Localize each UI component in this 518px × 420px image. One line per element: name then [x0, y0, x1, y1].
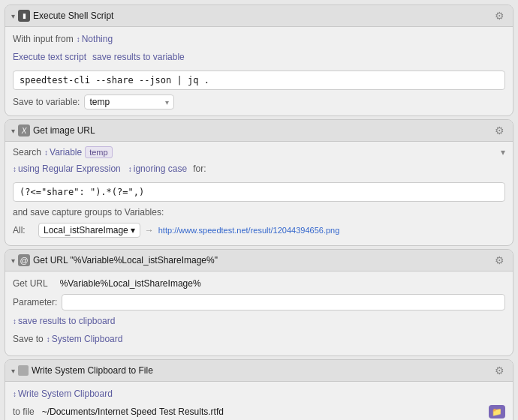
param-input[interactable] — [62, 294, 505, 310]
ignore-case-select[interactable]: ↕ ignoring case — [128, 164, 187, 174]
header-left: ▾ ▮ Execute Shell Script — [11, 10, 113, 22]
capture-var-row: All: Local_istShareImage ▾ → http://www.… — [13, 223, 505, 238]
collapse-chevron[interactable]: ▾ — [11, 12, 15, 20]
input-source-arrow: ↕ — [77, 35, 80, 44]
header-left-3: ▾ @ Get URL "%Variable%Local_istShareIma… — [11, 254, 218, 266]
save-clipboard-row: ↕ save results to clipboard — [13, 314, 505, 328]
file-icon — [18, 365, 29, 376]
for-label: for: — [193, 164, 206, 174]
write-clipboard-gear[interactable]: ⚙ — [492, 363, 507, 378]
header-left-4: ▾ Write System Clipboard to File — [11, 365, 153, 376]
save-clipboard-label: save results to clipboard — [18, 316, 115, 326]
to-file-label: to file — [13, 406, 35, 417]
save-results-tab[interactable]: save results to variable — [92, 52, 185, 62]
capture-var-select[interactable]: Local_istShareImage ▾ — [38, 223, 140, 238]
write-clipboard-body: ↕ Write System Clipboard to file ~/Docum… — [5, 382, 513, 420]
get-image-url-block: ▾ X Get image URL ⚙ Search ↕ Variable te… — [5, 119, 513, 246]
param-label: Parameter: — [13, 297, 57, 308]
execute-shell-gear[interactable]: ⚙ — [492, 8, 507, 23]
system-clipboard-select[interactable]: ↕ System Clipboard — [47, 334, 123, 344]
get-image-gear[interactable]: ⚙ — [492, 123, 507, 138]
collapse-chevron-2[interactable]: ▾ — [11, 127, 15, 135]
execute-shell-block: ▾ ▮ Execute Shell Script ⚙ With input fr… — [5, 4, 513, 116]
search-dropdown-arrow[interactable]: ▾ — [501, 147, 505, 158]
file-path-value: ~/Documents/Internet Speed Test Results.… — [42, 406, 224, 417]
using-regex-select[interactable]: ↕ using Regular Expression — [13, 164, 121, 174]
arrow-right-icon: → — [145, 225, 154, 236]
get-image-title: Get image URL — [33, 125, 95, 136]
get-url-value: %Variable%Local_istShareImage% — [60, 278, 201, 289]
choose-file-button[interactable]: 📁 — [489, 405, 505, 418]
script-tabs-row: Execute text script save results to vari… — [13, 50, 505, 64]
get-url-header: ▾ @ Get URL "%Variable%Local_istShareIma… — [5, 250, 513, 272]
write-label-row: ↕ Write System Clipboard — [13, 386, 505, 401]
with-input-label: With input from — [13, 34, 74, 44]
get-url-title: Get URL "%Variable%Local_istShareImage%" — [33, 255, 218, 266]
get-url-gear[interactable]: ⚙ — [492, 253, 507, 268]
save-to-label: Save to variable: — [13, 97, 80, 107]
variable-select[interactable]: temp ▾ — [84, 94, 174, 110]
param-row: Parameter: — [13, 294, 505, 310]
execute-shell-header: ▾ ▮ Execute Shell Script ⚙ — [5, 5, 513, 27]
search-prefix: Search — [13, 147, 41, 158]
collapse-chevron-4[interactable]: ▾ — [11, 367, 15, 375]
regex-input[interactable] — [13, 182, 505, 202]
folder-icon: 📁 — [492, 407, 502, 417]
variable-down-arrow: ▾ — [165, 98, 169, 106]
execute-text-tab[interactable]: Execute text script — [13, 52, 86, 62]
header-left-2: ▾ X Get image URL — [11, 124, 95, 136]
search-variable-pill: temp — [85, 146, 112, 158]
execute-shell-body: With input from ↕ Nothing Execute text s… — [5, 27, 513, 116]
capture-label: and save capture groups to Variables: — [13, 207, 164, 218]
write-clipboard-title: Write System Clipboard to File — [32, 365, 153, 376]
preview-url-link[interactable]: http://www.speedtest.net/result/12044394… — [158, 226, 340, 235]
regex-label: using Regular Expression — [18, 164, 121, 174]
input-source-value: Nothing — [82, 34, 113, 44]
get-image-url-header: ▾ X Get image URL ⚙ — [5, 120, 513, 142]
write-clipboard-header: ▾ Write System Clipboard to File ⚙ — [5, 360, 513, 382]
shell-icon: ▮ — [18, 10, 30, 22]
script-input[interactable] — [13, 70, 505, 90]
collapse-chevron-3[interactable]: ▾ — [11, 256, 15, 265]
image-icon: X — [18, 124, 30, 136]
capture-var-value: Local_istShareImage — [44, 225, 128, 236]
search-type-value: Variable — [50, 147, 82, 158]
save-results-select[interactable]: ↕ save results to clipboard — [13, 316, 115, 326]
input-source-row: With input from ↕ Nothing — [13, 32, 505, 46]
write-select[interactable]: ↕ Write System Clipboard — [13, 388, 113, 399]
system-clipboard-value: System Clipboard — [52, 334, 123, 344]
save-to-row: Save to variable: temp ▾ — [13, 94, 505, 110]
write-label: Write System Clipboard — [18, 388, 113, 399]
variable-value: temp — [89, 97, 110, 107]
write-clipboard-block: ▾ Write System Clipboard to File ⚙ ↕ Wri… — [5, 359, 513, 420]
workflow-container: ▾ ▮ Execute Shell Script ⚙ With input fr… — [0, 0, 518, 420]
ignore-label: ignoring case — [134, 164, 187, 174]
get-url-row: Get URL %Variable%Local_istShareImage% — [13, 276, 505, 291]
get-url-label: Get URL — [13, 278, 48, 289]
get-url-block: ▾ @ Get URL "%Variable%Local_istShareIma… — [5, 249, 513, 356]
file-path-row: to file ~/Documents/Internet Speed Test … — [13, 404, 505, 419]
search-row: Search ↕ Variable temp ▾ — [13, 146, 505, 158]
search-type-select[interactable]: ↕ Variable — [44, 147, 82, 158]
get-image-body: Search ↕ Variable temp ▾ ↕ using Regular… — [5, 142, 513, 245]
regex-options-row: ↕ using Regular Expression ↕ ignoring ca… — [13, 161, 505, 176]
save-to-prefix: Save to — [13, 334, 44, 344]
input-source-select[interactable]: ↕ Nothing — [77, 34, 113, 44]
capture-header-row: and save capture groups to Variables: — [13, 205, 505, 220]
all-label: All: — [13, 225, 34, 236]
execute-shell-title: Execute Shell Script — [33, 10, 113, 21]
save-to-clipboard-row: Save to ↕ System Clipboard — [13, 332, 505, 346]
url-icon: @ — [18, 254, 30, 266]
get-url-body: Get URL %Variable%Local_istShareImage% P… — [5, 272, 513, 356]
capture-down-arrow: ▾ — [131, 225, 135, 236]
